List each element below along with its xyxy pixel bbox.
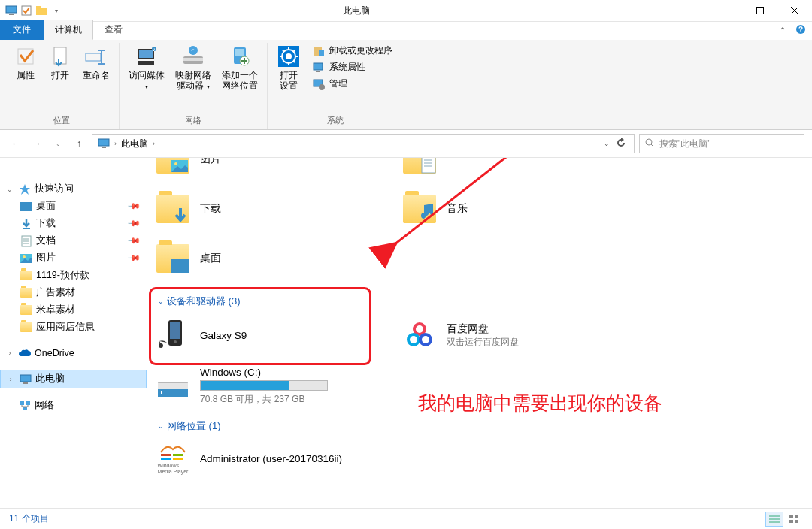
access-media-button[interactable]: ♪ 访问媒体▾	[124, 43, 169, 94]
open-settings-button[interactable]: 打开 设置	[272, 43, 305, 92]
device-baidu[interactable]: 百度网盘 双击运行百度网盘	[400, 316, 626, 355]
drive-windows-c[interactable]: Windows (C:) 70.8 GB 可用，共 237 GB	[153, 365, 379, 407]
nav-desktop[interactable]: 桌面📌	[0, 198, 147, 215]
refresh-icon[interactable]	[616, 138, 626, 150]
pin-icon: 📌	[126, 251, 141, 265]
svg-rect-56	[23, 382, 28, 384]
uninstall-button[interactable]: 卸载或更改程序	[310, 43, 395, 59]
rename-button[interactable]: 重命名	[78, 43, 114, 82]
svg-rect-57	[20, 401, 24, 405]
nav-pictures[interactable]: 图片📌	[0, 249, 147, 267]
icons-view-button[interactable]	[785, 512, 803, 527]
annotation-text: 我的电脑中需要出现你的设备	[418, 391, 662, 416]
details-view-button[interactable]	[765, 512, 783, 527]
nav-folder-b[interactable]: 广告素材	[0, 284, 147, 301]
title-bar: ▾ 此电脑	[0, 0, 812, 22]
help-icon[interactable]: ?	[795, 24, 806, 37]
folder-documents[interactable]: 文档	[400, 158, 626, 179]
svg-text:?: ?	[798, 26, 803, 34]
minimize-button[interactable]	[708, 0, 743, 22]
forward-button[interactable]: →	[29, 135, 45, 152]
svg-rect-14	[98, 63, 105, 65]
svg-rect-13	[98, 50, 105, 51]
search-input[interactable]: 搜索"此电脑"	[639, 134, 804, 153]
collapse-ribbon-icon[interactable]: ⌃	[779, 26, 786, 36]
svg-rect-38	[319, 50, 324, 56]
nav-documents[interactable]: 文档📌	[0, 232, 147, 249]
ribbon: 属性 打开 重命名 位置 ♪ 访问媒体▾ 映射网络 驱动器 ▾	[0, 40, 812, 130]
expander-icon[interactable]: ⌄	[5, 186, 15, 193]
back-button[interactable]: ←	[8, 135, 24, 152]
system-properties-button[interactable]: 系统属性	[310, 59, 395, 75]
svg-rect-10	[54, 47, 66, 64]
folder-icon	[20, 322, 33, 334]
svg-rect-77	[161, 391, 162, 394]
svg-rect-55	[20, 375, 31, 382]
maximize-button[interactable]	[743, 0, 777, 22]
svg-line-46	[651, 144, 654, 147]
content-area: ⌄ 快速访问 桌面📌 下载📌 文档📌 图片📌 1119-预付款 广告素材	[0, 158, 812, 508]
nav-downloads[interactable]: 下载📌	[0, 215, 147, 232]
ribbon-group-network: ♪ 访问媒体▾ 映射网络 驱动器 ▾ 添加一个 网络位置 网络	[120, 43, 268, 129]
svg-rect-21	[183, 58, 203, 61]
drive-usage-bar	[200, 380, 328, 391]
folder-icon	[20, 270, 33, 282]
breadcrumb[interactable]: › 此电脑 › ⌄	[92, 134, 635, 153]
manage-button[interactable]: 管理	[310, 76, 395, 92]
svg-point-73	[420, 334, 431, 345]
expander-icon[interactable]: ⌄	[158, 422, 164, 430]
tab-file[interactable]: 文件	[0, 20, 44, 40]
this-pc-icon	[95, 138, 112, 150]
tab-view[interactable]: 查看	[93, 20, 134, 40]
svg-rect-39	[314, 63, 323, 70]
status-bar: 11 个项目	[0, 508, 812, 529]
nav-network[interactable]: › 网络	[0, 397, 147, 414]
folder-pictures[interactable]: 图片	[153, 158, 379, 179]
map-drive-button[interactable]: 映射网络 驱动器 ▾	[171, 43, 216, 94]
open-button[interactable]: 打开	[44, 43, 77, 82]
ribbon-group-location: 属性 打开 重命名 位置	[5, 43, 120, 129]
recent-dropdown[interactable]: ⌄	[50, 135, 66, 152]
up-button[interactable]: ↑	[71, 135, 87, 152]
nav-quick-access[interactable]: ⌄ 快速访问	[0, 180, 147, 198]
folder-music[interactable]: 音乐	[400, 189, 626, 228]
nav-this-pc[interactable]: › 此电脑	[0, 370, 147, 388]
close-button[interactable]	[777, 0, 812, 22]
pin-icon: 📌	[126, 216, 141, 231]
svg-line-36	[283, 61, 284, 62]
properties-button[interactable]: 属性	[9, 43, 42, 82]
expander-icon[interactable]: ›	[5, 376, 16, 383]
netloc-administrator[interactable]: Windows Media Player Administrator (user…	[153, 439, 454, 478]
svg-point-72	[408, 334, 419, 345]
onedrive-icon	[18, 347, 32, 359]
folder-desktop[interactable]: 桌面	[153, 239, 379, 278]
svg-rect-12	[101, 50, 102, 64]
nav-onedrive[interactable]: › OneDrive	[0, 345, 147, 361]
folder-icon	[20, 287, 33, 299]
svg-rect-78	[161, 454, 171, 456]
documents-icon	[20, 235, 33, 247]
section-network-locations[interactable]: ⌄ 网络位置 (1)	[153, 415, 803, 436]
add-location-button[interactable]: 添加一个 网络位置	[217, 43, 262, 92]
svg-point-61	[174, 162, 177, 165]
nav-folder-d[interactable]: 应用商店信息	[0, 319, 147, 336]
window-controls	[708, 0, 812, 22]
svg-rect-66	[171, 259, 189, 273]
search-icon	[644, 138, 655, 150]
folder-downloads[interactable]: 下载	[153, 189, 379, 228]
chevron-right-icon[interactable]: ›	[112, 140, 119, 147]
svg-rect-75	[158, 383, 188, 389]
svg-rect-6	[757, 8, 764, 14]
svg-line-35	[293, 50, 295, 52]
svg-rect-79	[173, 454, 183, 456]
svg-rect-58	[26, 401, 30, 405]
dropdown-icon[interactable]: ⌄	[604, 140, 610, 147]
nav-folder-c[interactable]: 米卓素材	[0, 301, 147, 319]
expander-icon[interactable]: ›	[5, 349, 15, 357]
breadcrumb-this-pc[interactable]: 此电脑	[119, 138, 150, 150]
chevron-right-icon[interactable]: ›	[150, 140, 157, 147]
nav-folder-a[interactable]: 1119-预付款	[0, 267, 147, 284]
tab-computer[interactable]: 计算机	[44, 20, 93, 40]
pin-icon: 📌	[126, 199, 141, 213]
svg-rect-19	[138, 61, 154, 65]
